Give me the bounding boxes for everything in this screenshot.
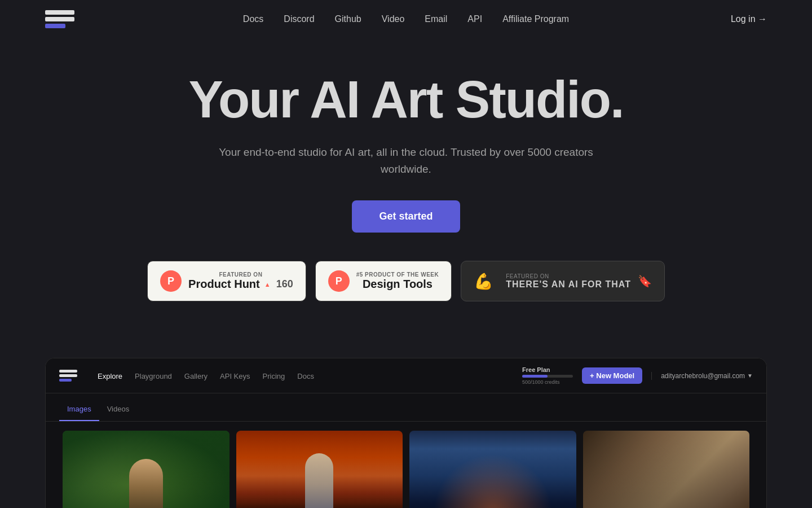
badges-row: P FEATURED ON Product Hunt ▲ 160 P #5 PR… <box>11 261 801 301</box>
muscle-icon: 💪 <box>474 272 493 291</box>
product-hunt-top-label: FEATURED ON <box>188 271 293 278</box>
product-hunt-count: 160 <box>276 278 293 290</box>
credits-label: 500/1000 credits <box>522 379 560 385</box>
credits-bar-fill <box>522 375 548 378</box>
tab-images[interactable]: Images <box>59 401 99 421</box>
app-preview: Explore Playground Gallery API Keys Pric… <box>45 358 767 508</box>
nav-github[interactable]: Github <box>335 14 361 24</box>
design-tools-top-label: #5 PRODUCT OF THE WEEK <box>356 271 439 278</box>
product-hunt-badge[interactable]: P FEATURED ON Product Hunt ▲ 160 <box>147 261 306 301</box>
navbar: Docs Discord Github Video Email API Affi… <box>0 0 812 38</box>
aiforthat-content: FEATURED ON THERE'S AN AI FOR THAT <box>506 273 631 290</box>
logo[interactable] <box>45 10 74 28</box>
app-logo[interactable] <box>59 370 77 382</box>
app-nav-pricing[interactable]: Pricing <box>263 372 285 380</box>
nav-api[interactable]: API <box>467 14 482 24</box>
credits-bar-background <box>522 375 573 378</box>
product-hunt-icon: P <box>160 270 182 292</box>
app-logo-bar-2 <box>59 374 77 377</box>
design-tools-icon: P <box>328 270 350 292</box>
upvote-triangle-icon: ▲ <box>264 281 271 288</box>
free-plan-label: Free Plan <box>522 366 550 373</box>
app-nav-playground[interactable]: Playground <box>135 372 172 380</box>
app-nav-apikeys[interactable]: API Keys <box>220 372 250 380</box>
logo-bar-1 <box>45 10 74 15</box>
gallery-item-4[interactable] <box>583 431 750 508</box>
product-hunt-main-label: Product Hunt <box>188 278 260 291</box>
nav-docs[interactable]: Docs <box>243 14 263 24</box>
design-tools-badge[interactable]: P #5 PRODUCT OF THE WEEK Design Tools <box>315 261 452 301</box>
nav-video[interactable]: Video <box>382 14 405 24</box>
hero-title: Your AI Art Studio. <box>11 72 801 127</box>
aiforthat-top-label: FEATURED ON <box>506 273 549 279</box>
app-content-tabs: Images Videos <box>46 393 766 422</box>
user-email-display[interactable]: adityarchebrolu@gmail.com ▼ <box>651 372 753 380</box>
dropdown-chevron-icon: ▼ <box>747 373 753 379</box>
hero-subtitle: Your end-to-end studio for AI art, all i… <box>209 144 603 178</box>
bookmark-icon: 🔖 <box>638 274 652 288</box>
get-started-button[interactable]: Get started <box>352 200 460 233</box>
logo-bar-3 <box>45 24 65 28</box>
app-nav-gallery[interactable]: Gallery <box>184 372 208 380</box>
app-nav-links: Explore Playground Gallery API Keys Pric… <box>98 371 314 381</box>
nav-email[interactable]: Email <box>425 14 447 24</box>
figure-overlay-1 <box>129 459 163 508</box>
app-logo-bar-1 <box>59 370 77 373</box>
app-nav-explore[interactable]: Explore <box>98 372 122 380</box>
gallery-grid <box>46 422 766 508</box>
aiforthat-main-label: THERE'S AN AI FOR THAT <box>506 279 631 290</box>
nav-links: Docs Discord Github Video Email API Affi… <box>243 14 569 24</box>
free-plan-area: Free Plan 500/1000 credits <box>522 366 573 385</box>
figure-overlay-2 <box>305 453 333 508</box>
aiforthat-badge[interactable]: 💪 FEATURED ON THERE'S AN AI FOR THAT 🔖 <box>461 261 665 301</box>
app-navbar: Explore Playground Gallery API Keys Pric… <box>46 358 766 393</box>
hero-section: Your AI Art Studio. Your end-to-end stud… <box>0 38 812 358</box>
tab-videos[interactable]: Videos <box>99 401 138 421</box>
design-tools-content: #5 PRODUCT OF THE WEEK Design Tools <box>356 271 439 291</box>
gallery-item-1[interactable] <box>63 431 230 508</box>
new-model-button[interactable]: + New Model <box>582 367 642 384</box>
login-button[interactable]: Log in → <box>731 14 767 24</box>
product-hunt-content: FEATURED ON Product Hunt ▲ 160 <box>188 271 293 291</box>
app-nav-docs[interactable]: Docs <box>297 372 314 380</box>
app-nav-right: Free Plan 500/1000 credits + New Model a… <box>522 366 753 385</box>
app-logo-bar-3 <box>59 379 72 382</box>
design-tools-main-label: Design Tools <box>356 278 439 291</box>
gallery-item-2[interactable] <box>236 431 403 508</box>
user-email-text: adityarchebrolu@gmail.com <box>661 372 745 380</box>
gallery-item-3[interactable] <box>409 431 576 508</box>
logo-bar-2 <box>45 17 74 21</box>
nav-discord[interactable]: Discord <box>284 14 314 24</box>
nav-affiliate[interactable]: Affiliate Program <box>502 14 569 24</box>
